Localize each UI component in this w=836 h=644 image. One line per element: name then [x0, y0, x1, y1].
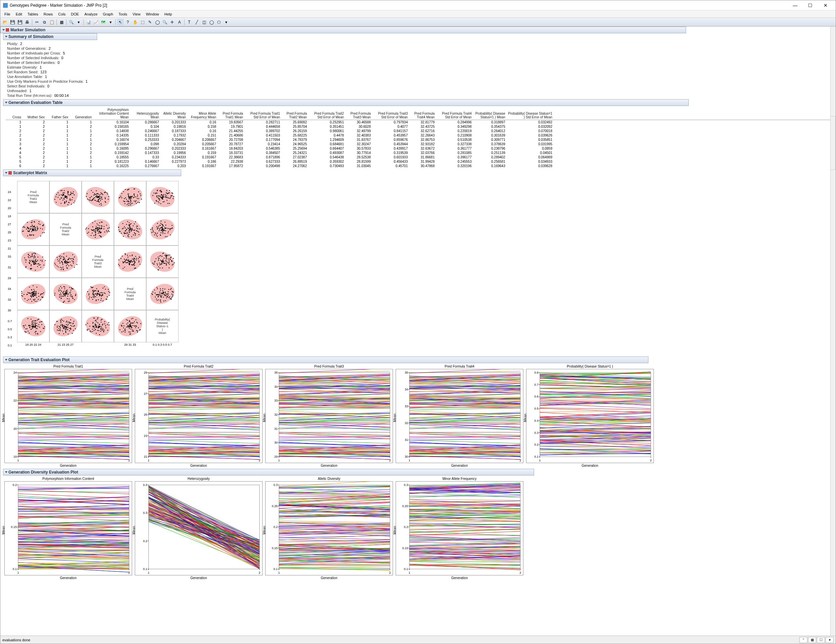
splom-scatter-cell[interactable] [146, 278, 178, 310]
pointer-icon[interactable]: ↖ [117, 19, 124, 26]
splom-scatter-cell[interactable] [146, 181, 178, 213]
menu-edit[interactable]: Edit [13, 11, 25, 17]
table-header-cell[interactable]: Allelic Diversity Mean [160, 107, 187, 120]
table-row[interactable]: 32120.1599540.0980.202840.20566720.78727… [6, 142, 833, 146]
table-row[interactable]: 22110.148380.2466670.1873330.1621.442550… [6, 129, 833, 133]
select-icon[interactable]: ⬚ [139, 19, 146, 26]
section-summary[interactable]: Summary of Simulation [3, 33, 97, 40]
splom-scatter-cell[interactable] [49, 278, 82, 310]
table-header-cell[interactable]: Pred Formula Trait4 Mean [409, 107, 436, 120]
hotspot-icon[interactable] [8, 171, 12, 175]
plot-frame[interactable]: Mean0.10.150.20.250.312 [265, 481, 393, 575]
table-header-cell[interactable]: Generation [70, 107, 93, 120]
table-row[interactable]: 12120.1581650.1040.198160.15819.79010.44… [6, 124, 833, 129]
table-header-cell[interactable]: Heterozygosity Mean [130, 107, 160, 120]
splom-scatter-cell[interactable] [114, 245, 146, 278]
table-header-cell[interactable]: Pred Formula Trait4 Std Error of Mean [436, 107, 473, 120]
table-icon[interactable]: ▦ [58, 19, 65, 26]
zoom-icon[interactable]: 🔍 [68, 19, 75, 26]
scatterplot-matrix[interactable]: 24222018PredFormulaTrait1Mean27252321Pre… [7, 179, 182, 354]
line-icon[interactable]: ╱ [193, 19, 200, 26]
menu-graph[interactable]: Graph [100, 11, 116, 17]
copy-icon[interactable]: ⧉ [41, 19, 48, 26]
menu-rows[interactable]: Rows [41, 11, 56, 17]
menu-file[interactable]: File [2, 11, 13, 17]
splom-scatter-cell[interactable] [114, 213, 146, 245]
hotspot-icon[interactable] [6, 28, 9, 32]
hand-icon[interactable]: ✋ [132, 19, 139, 26]
splom-diagonal-cell[interactable]: PredFormulaTrait3Mean [82, 245, 114, 278]
disclosure-icon[interactable] [5, 359, 8, 361]
splom-diagonal-cell[interactable]: PredFormulaTrait1Mean [17, 181, 49, 213]
status-nav-up-icon[interactable]: ⌃ [799, 637, 807, 643]
table-row[interactable]: 42120.1591420.1473330.199560.15918.33731… [6, 150, 833, 155]
table-row[interactable]: 42110.160950.2966670.2023330.16166718.84… [6, 146, 833, 150]
splom-scatter-cell[interactable] [49, 181, 82, 213]
plot-frame[interactable]: Mean0.10.150.212 [4, 481, 132, 575]
cut-icon[interactable]: ✂ [34, 19, 40, 26]
status-box-icon[interactable]: ☐ [817, 637, 825, 643]
magnify-icon[interactable]: 🔍 [162, 19, 168, 26]
dropdown2-icon[interactable]: ▾ [107, 19, 114, 26]
table-header-cell[interactable]: Father Sex [46, 107, 70, 120]
plot-frame[interactable]: Mean0.10.20.30.412 [135, 481, 263, 575]
splom-diagonal-cell[interactable]: PredFormulaTrait4Mean [114, 278, 146, 310]
splom-scatter-cell[interactable] [17, 213, 49, 245]
table-row[interactable]: 22120.143350.1113330.179320.15121.406860… [6, 133, 833, 137]
table-header-cell[interactable]: Polymorphism Information Content Mean [93, 107, 130, 120]
menu-cols[interactable]: Cols [56, 11, 68, 17]
splom-diagonal-cell[interactable]: Probability(DiseaseStatus=1)Mean [146, 310, 178, 342]
title-bar[interactable]: Genotypes Pedigree - Marker Simulation -… [0, 0, 836, 10]
plot-frame[interactable]: Mean212325272912 [135, 369, 263, 463]
open-icon[interactable]: 📂 [2, 19, 8, 26]
menu-view[interactable]: View [130, 11, 143, 17]
brush-icon[interactable]: ✎ [147, 19, 153, 26]
oval-icon[interactable]: ◯ [208, 19, 215, 26]
table-header-cell[interactable]: Pred Formula Trait3 Std Error of Mean [372, 107, 409, 120]
print-icon[interactable]: 🖶 [24, 19, 31, 26]
chart2-icon[interactable]: 📈 [92, 19, 99, 26]
plot-frame[interactable]: Mean0.10.20.30.40.50.60.70.812 [526, 369, 654, 463]
splom-scatter-cell[interactable] [17, 245, 49, 278]
help-icon[interactable]: ? [124, 19, 131, 26]
splom-scatter-cell[interactable] [82, 278, 114, 310]
plot-frame[interactable]: Mean2930313233343512 [265, 369, 393, 463]
section-gen-eval[interactable]: Generation Evaluation Table [3, 99, 689, 106]
table-header-cell[interactable]: Probability( Disease Status=1 ) Mean [473, 107, 506, 120]
splom-scatter-cell[interactable] [114, 310, 146, 342]
table-header-cell[interactable]: Cross [6, 107, 23, 120]
splom-scatter-cell[interactable] [82, 181, 114, 213]
table-header-cell[interactable]: Probability( Disease Status=1 ) Std Erro… [506, 107, 554, 120]
dropdown3-icon[interactable]: ▾ [223, 19, 230, 26]
table-row[interactable]: 52110.185550.330.2343330.19166722.386830… [6, 155, 833, 159]
disclosure-icon[interactable] [5, 36, 8, 38]
report-content[interactable]: Marker Simulation Summary of Simulation … [0, 26, 836, 636]
table-scrollbar[interactable] [830, 116, 836, 170]
lasso-icon[interactable]: ◯ [154, 19, 161, 26]
table-header-cell[interactable]: Pred Formula Trait3 Mean [345, 107, 372, 120]
menu-help[interactable]: Help [162, 11, 175, 17]
polygon-icon[interactable]: ⬠ [216, 19, 222, 26]
table-header-cell[interactable]: Pred Formula Trait2 Std Error of Mean [308, 107, 345, 120]
menu-analyze[interactable]: Analyze [82, 11, 100, 17]
splom-scatter-cell[interactable] [49, 245, 82, 278]
table-row[interactable]: 32110.160740.2533330.2046670.20666720.72… [6, 137, 833, 142]
table-header-cell[interactable]: Pred Formula Trait1 Mean [217, 107, 244, 120]
paste-icon[interactable]: 📋 [48, 19, 55, 26]
close-button[interactable]: ✕ [818, 1, 833, 10]
dropdown-icon[interactable]: ▾ [75, 19, 82, 26]
table-header-cell[interactable]: Mother Sex [23, 107, 46, 120]
table-row[interactable]: 62110.162250.2766670.2030.19166717.95872… [6, 164, 833, 168]
splom-scatter-cell[interactable] [17, 310, 49, 342]
disclosure-icon[interactable] [5, 102, 8, 104]
maximize-button[interactable]: ☐ [803, 1, 818, 10]
save-as-icon[interactable]: 💾 [16, 19, 23, 26]
disclosure-icon[interactable] [5, 471, 8, 473]
splom-scatter-cell[interactable] [17, 278, 49, 310]
menu-tools[interactable]: Tools [116, 11, 130, 17]
chart1-icon[interactable]: 📊 [85, 19, 92, 26]
splom-scatter-cell[interactable] [49, 310, 82, 342]
minimize-button[interactable]: — [788, 1, 803, 10]
shape-icon[interactable]: ◫ [201, 19, 207, 26]
section-div-plot[interactable]: Generation Diversity Evaluation Plot [3, 469, 534, 476]
